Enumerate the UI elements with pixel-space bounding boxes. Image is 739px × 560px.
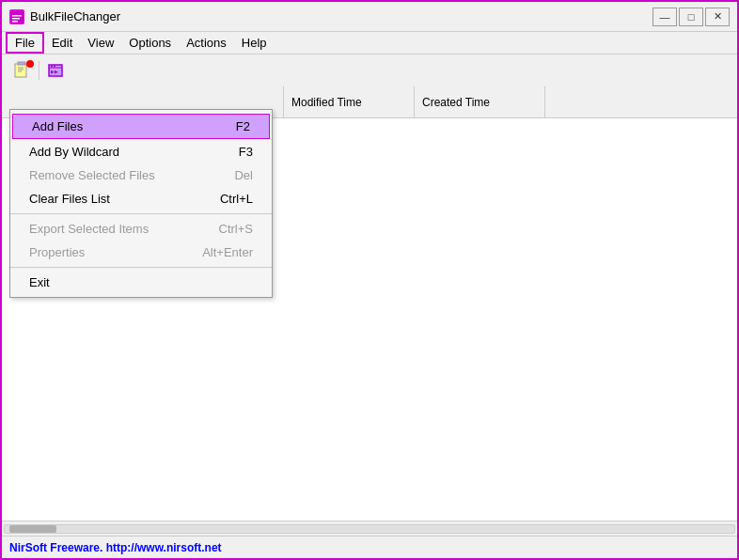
scrollbar-track[interactable] [4,524,735,534]
app-icon [9,9,24,24]
svg-rect-3 [12,21,18,23]
main-window: BulkFileChanger — □ ✕ File Edit View Opt… [0,0,739,560]
svg-text:▶▶: ▶▶ [51,69,58,74]
svg-rect-2 [12,18,20,20]
file-menu-content: Add Files F2 Add By Wildcard F3 Remove S… [9,109,273,298]
window-title: BulkFileChanger [30,9,653,23]
export-selected-label: Export Selected Items [29,222,149,236]
svg-point-12 [54,66,55,68]
menu-clear-list[interactable]: Clear Files List Ctrl+L [10,187,272,210]
menu-bar: File Edit View Options Actions Help [2,32,737,54]
col-modified-time: Modified Time [284,86,415,117]
menu-view[interactable]: View [80,34,121,52]
status-text: NirSoft Freeware. http://www.nirsoft.net [9,541,222,554]
close-button[interactable]: ✕ [705,8,730,26]
add-wildcard-shortcut: F3 [239,145,253,159]
title-bar: BulkFileChanger — □ ✕ [2,2,737,32]
menu-remove-selected[interactable]: Remove Selected Files Del [10,163,272,187]
horizontal-scrollbar[interactable] [2,521,737,536]
maximize-button[interactable]: □ [679,8,703,26]
svg-rect-5 [18,62,25,65]
exit-label: Exit [29,275,50,289]
export-selected-shortcut: Ctrl+S [219,222,253,236]
svg-point-11 [51,66,53,68]
menu-file[interactable]: File [6,32,44,54]
minimize-button[interactable]: — [653,8,677,26]
menu-export-selected[interactable]: Export Selected Items Ctrl+S [10,217,272,241]
add-files-shortcut: F2 [236,119,250,133]
svg-rect-4 [15,64,26,77]
menu-properties[interactable]: Properties Alt+Enter [10,241,272,264]
separator-1 [10,213,272,214]
remove-selected-label: Remove Selected Files [29,168,155,182]
file-menu-dropdown: Add Files F2 Add By Wildcard F3 Remove S… [9,109,273,298]
window-controls: — □ ✕ [653,8,730,26]
add-files-label: Add Files [32,119,83,133]
scrollbar-thumb[interactable] [9,525,56,533]
notification-dot [26,60,34,68]
toolbar-settings-btn[interactable]: ▶▶ [42,58,69,83]
clear-list-label: Clear Files List [29,192,110,206]
menu-exit[interactable]: Exit [10,271,272,294]
menu-options[interactable]: Options [121,34,179,52]
menu-add-wildcard[interactable]: Add By Wildcard F3 [10,140,272,163]
menu-add-files[interactable]: Add Files F2 [12,114,270,139]
separator-2 [10,267,272,268]
properties-label: Properties [29,245,85,259]
menu-help[interactable]: Help [234,34,275,52]
menu-edit[interactable]: Edit [44,34,80,52]
toolbar-separator [39,61,39,80]
properties-shortcut: Alt+Enter [202,245,253,259]
toolbar: ▶▶ [2,54,737,86]
status-bar: NirSoft Freeware. http://www.nirsoft.net [2,536,737,558]
clear-list-shortcut: Ctrl+L [220,192,253,206]
col-created-time: Created Time [415,86,545,117]
menu-actions[interactable]: Actions [179,34,234,52]
main-content: ▶▶ Modified Time Created Time Add Files … [2,54,737,536]
remove-selected-shortcut: Del [234,168,253,182]
add-wildcard-label: Add By Wildcard [29,145,119,159]
svg-rect-1 [12,15,22,17]
